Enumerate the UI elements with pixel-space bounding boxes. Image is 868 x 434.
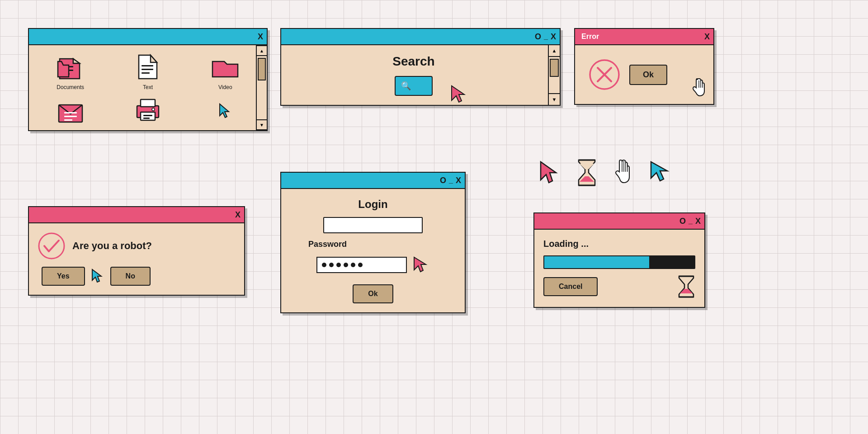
explorer-close-button[interactable]: X — [258, 33, 263, 41]
printer-icon[interactable] — [112, 96, 184, 125]
login-minimize-o[interactable]: O — [440, 176, 446, 184]
login-cursor-arrow — [412, 255, 429, 274]
robot-cursor-arrow — [90, 269, 105, 284]
login-window: O _ X Login Password Ok — [280, 172, 466, 313]
dot-6 — [358, 263, 363, 267]
cursor-arrow — [189, 96, 261, 125]
error-x-icon — [589, 59, 620, 90]
login-title: Login — [358, 198, 387, 211]
cancel-button[interactable]: Cancel — [543, 277, 598, 296]
cursors-section — [538, 158, 671, 187]
dot-1 — [322, 263, 326, 267]
error-close-button[interactable]: X — [704, 33, 710, 41]
login-close-button[interactable]: X — [456, 176, 461, 184]
robot-check-window: X Are you a robot? Yes No — [28, 206, 245, 296]
yes-button[interactable]: Yes — [42, 267, 85, 286]
file-explorer-window: X Documents Text — [28, 28, 268, 131]
explorer-scrollbar[interactable]: ▲ ▼ — [256, 45, 267, 130]
scroll-down-button[interactable]: ▼ — [256, 119, 267, 130]
error-titlebar: Error X — [575, 29, 713, 45]
robot-titlebar: X — [29, 207, 244, 223]
progress-bar-fill — [544, 256, 649, 268]
search-content-row: ▲ ▼ Search 🔍 — [281, 45, 560, 105]
video-label: Video — [218, 84, 232, 90]
error-window: Error X Ok — [574, 28, 714, 105]
password-label: Password — [308, 240, 347, 249]
svg-point-15 — [152, 108, 155, 111]
mail-icon[interactable] — [34, 96, 106, 125]
documents-label: Documents — [57, 84, 84, 90]
scroll-up-button[interactable]: ▲ — [256, 45, 267, 56]
hourglass-icon — [575, 158, 599, 187]
scroll-thumb[interactable] — [258, 58, 266, 80]
search-minimize-button[interactable]: _ — [544, 33, 548, 40]
loading-titlebar: O _ X — [534, 213, 704, 230]
robot-question-text: Are you a robot? — [72, 240, 152, 252]
search-bar-icon: 🔍 — [401, 81, 411, 91]
search-bar[interactable]: 🔍 — [395, 76, 433, 96]
svg-rect-8 — [64, 116, 77, 117]
search-close-button[interactable]: X — [551, 33, 556, 41]
search-minimize-o[interactable]: O — [535, 33, 541, 41]
dot-3 — [336, 263, 341, 267]
error-body: Ok — [575, 45, 713, 104]
svg-point-28 — [39, 233, 64, 259]
hand-pointer-icon — [612, 159, 634, 186]
search-scroll-up[interactable]: ▲ — [548, 45, 560, 57]
video-icon[interactable]: Video — [189, 52, 261, 90]
search-scroll-down[interactable]: ▼ — [548, 93, 560, 105]
robot-close-button[interactable]: X — [235, 211, 241, 219]
dot-4 — [344, 263, 348, 267]
svg-rect-7 — [64, 112, 77, 113]
search-window: O _ X ▲ ▼ Search 🔍 — [280, 28, 561, 106]
search-scrollbar[interactable]: ▲ ▼ — [548, 45, 560, 105]
search-title: Search — [392, 54, 434, 69]
password-input[interactable] — [316, 257, 407, 273]
loading-close-button[interactable]: X — [695, 217, 701, 225]
dot-2 — [329, 263, 334, 267]
search-titlebar: O _ X — [281, 29, 560, 45]
svg-rect-9 — [64, 119, 72, 121]
svg-rect-14 — [143, 118, 150, 119]
explorer-titlebar: X — [29, 29, 267, 45]
login-ok-button[interactable]: Ok — [353, 284, 393, 303]
password-row — [316, 255, 429, 274]
login-titlebar: O _ X — [281, 173, 465, 189]
text-label: Text — [143, 84, 153, 90]
error-ok-button[interactable]: Ok — [629, 65, 667, 85]
login-minimize-button[interactable]: _ — [449, 177, 453, 184]
svg-rect-5 — [142, 72, 150, 74]
login-body: Login Password Ok — [281, 189, 465, 312]
search-body: ▲ ▼ Search 🔍 — [281, 45, 560, 105]
svg-rect-13 — [143, 115, 152, 116]
svg-rect-4 — [142, 69, 153, 70]
search-scroll-thumb[interactable] — [550, 59, 559, 77]
robot-buttons: Yes No — [38, 267, 235, 286]
loading-window: O _ X Loading ... Cancel — [533, 212, 705, 308]
loading-minimize-button[interactable]: _ — [689, 217, 693, 225]
loading-minimize-o[interactable]: O — [679, 217, 686, 225]
login-input[interactable] — [323, 217, 423, 233]
loading-hourglass-icon — [677, 275, 695, 298]
progress-bar — [543, 255, 695, 269]
no-button[interactable]: No — [110, 267, 151, 286]
check-circle-icon — [38, 232, 65, 259]
text-icon[interactable]: Text — [112, 52, 184, 90]
hand-cursor-icon — [691, 78, 707, 99]
robot-body: Are you a robot? Yes No — [29, 223, 244, 295]
dot-5 — [351, 263, 355, 267]
loading-body: Loading ... Cancel — [534, 230, 704, 307]
search-cursor-arrow — [450, 84, 468, 106]
svg-rect-3 — [142, 65, 153, 66]
documents-icon[interactable]: Documents — [34, 52, 106, 90]
blue-cursor-icon — [647, 161, 671, 184]
svg-rect-11 — [141, 99, 155, 107]
robot-question: Are you a robot? — [38, 232, 235, 259]
error-title: Error — [579, 33, 702, 41]
pink-cursor-icon — [538, 160, 561, 185]
explorer-body: Documents Text Video — [29, 45, 267, 130]
loading-footer: Cancel — [543, 275, 695, 298]
loading-text: Loading ... — [543, 239, 695, 249]
